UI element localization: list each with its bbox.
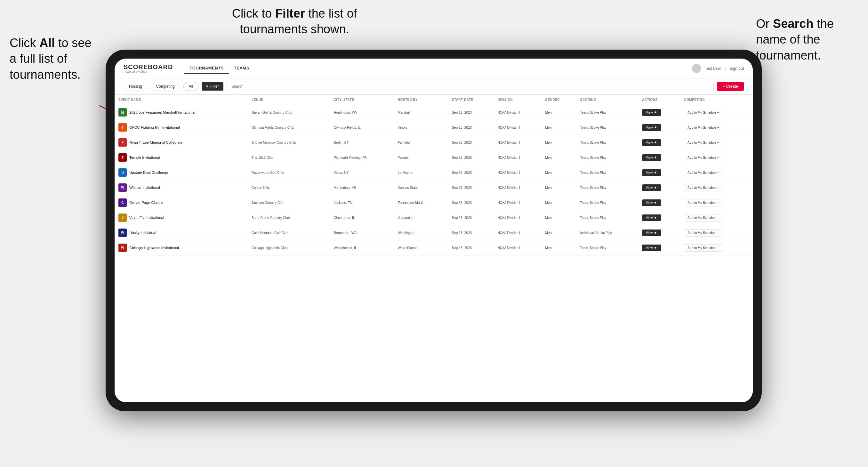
table-row: M 2023 Joe Feaganes Marshall Invitationa… (115, 105, 753, 120)
scoring-cell-3: Team, Stroke Play (577, 150, 638, 165)
tab-all[interactable]: All (183, 82, 198, 91)
team-logo-4: U (118, 168, 127, 177)
signout-link[interactable]: Sign out (730, 66, 744, 71)
event-name-3: Temple Invitational (129, 156, 160, 159)
add-schedule-button-4[interactable]: Add to My Schedule + (684, 169, 722, 176)
team-logo-8: W (118, 228, 127, 237)
hosted-cell-0: Marshall (394, 105, 448, 120)
view-button-0[interactable]: View 👁 (642, 109, 661, 116)
actions-cell-7: View 👁 (638, 210, 680, 225)
date-cell-2: Sep 16, 2023 (448, 135, 494, 150)
scoring-cell-2: Team, Stroke Play (577, 135, 638, 150)
col-hosted: HOSTED BY (394, 95, 448, 105)
actions-cell-0: View 👁 (638, 105, 680, 120)
view-icon-7: 👁 (654, 216, 657, 220)
add-schedule-button-1[interactable]: Add to My Schedule + (684, 124, 722, 131)
add-schedule-button-3[interactable]: Add to My Schedule + (684, 154, 722, 161)
city-cell-3: Plymouth Meeting, PA (330, 150, 394, 165)
venue-cell-8: Gold Mountain Golf Club (248, 225, 330, 240)
add-schedule-button-9[interactable]: Add to My Schedule + (684, 244, 722, 252)
toolbar: Hosting Competing All ≡ Filter + Create (115, 79, 753, 95)
competing-cell-2: Add to My Schedule + (680, 135, 753, 150)
division-cell-3: NCAA Division I (494, 150, 541, 165)
view-button-1[interactable]: View 👁 (642, 124, 661, 131)
view-button-9[interactable]: View 👁 (642, 245, 661, 251)
venue-cell-2: Shuttle Meadow Country Club (248, 135, 330, 150)
actions-cell-3: View 👁 (638, 150, 680, 165)
hosted-cell-1: Illinois (394, 120, 448, 135)
venue-cell-9: Chicago Highlands Club (248, 240, 330, 255)
add-schedule-button-8[interactable]: Add to My Schedule + (684, 229, 722, 237)
division-cell-2: NCAA Division I (494, 135, 541, 150)
tab-competing[interactable]: Competing (151, 82, 180, 91)
username: Test User (705, 66, 721, 71)
header-right: Test User | Sign out (692, 64, 744, 73)
hosted-cell-5: Kansas State (394, 180, 448, 195)
gender-cell-7: Men (541, 210, 577, 225)
create-button[interactable]: + Create (717, 82, 744, 91)
scoring-cell-9: Team, Stroke Play (577, 240, 638, 255)
add-schedule-button-0[interactable]: Add to My Schedule + (684, 109, 722, 116)
venue-cell-7: Sand Creek Country Club (248, 210, 330, 225)
competing-cell-7: Add to My Schedule + (680, 210, 753, 225)
team-logo-3: T (118, 153, 127, 162)
actions-cell-9: View 👁 (638, 240, 680, 255)
view-button-6[interactable]: View 👁 (642, 199, 661, 206)
col-gender: GENDER (541, 95, 577, 105)
date-cell-3: Sep 16, 2023 (448, 150, 494, 165)
col-venue: VENUE (248, 95, 330, 105)
filter-button[interactable]: ≡ Filter (202, 82, 223, 91)
view-button-2[interactable]: View 👁 (642, 139, 661, 146)
view-icon-6: 👁 (654, 201, 657, 205)
gender-cell-0: Men (541, 105, 577, 120)
competing-cell-8: Add to My Schedule + (680, 225, 753, 240)
nav-tournaments[interactable]: TOURNAMENTS (184, 63, 228, 73)
date-cell-9: Sep 18, 2023 (448, 240, 494, 255)
division-cell-1: NCAA Division I (494, 120, 541, 135)
table-row: F Ryan T. Lee Memorial Collegiate Shuttl… (115, 135, 753, 150)
city-cell-5: Manhattan, KS (330, 180, 394, 195)
view-icon-3: 👁 (654, 156, 657, 159)
table-row: G Grover Page Classic Jackson Country Cl… (115, 195, 753, 210)
tablet-frame: SCOREBOARD Powered by clippd TOURNAMENTS… (105, 50, 762, 411)
event-cell-5: W Wildcat Invitational (115, 180, 248, 195)
nav-teams[interactable]: TEAMS (229, 63, 254, 73)
competing-cell-4: Add to My Schedule + (680, 165, 753, 180)
search-input[interactable] (226, 82, 714, 91)
view-button-5[interactable]: View 👁 (642, 184, 661, 191)
view-button-8[interactable]: View 👁 (642, 229, 661, 236)
event-cell-1: I OFCC Fighting Illini Invitational (115, 120, 248, 135)
add-schedule-button-7[interactable]: Add to My Schedule + (684, 214, 722, 221)
add-schedule-button-5[interactable]: Add to My Schedule + (684, 184, 722, 191)
actions-cell-2: View 👁 (638, 135, 680, 150)
scoring-cell-6: Team, Stroke Play (577, 195, 638, 210)
tab-hosting[interactable]: Hosting (124, 82, 148, 91)
table-row: W Wildcat Invitational Colbert Hills Man… (115, 180, 753, 195)
view-button-4[interactable]: View 👁 (642, 169, 661, 176)
date-cell-7: Sep 18, 2023 (448, 210, 494, 225)
table-row: U Upstate Dual Challenge Ravenwood Golf … (115, 165, 753, 180)
city-cell-0: Huntington, WV (330, 105, 394, 120)
logo-area: SCOREBOARD Powered by clippd (124, 63, 173, 73)
add-schedule-button-6[interactable]: Add to My Schedule + (684, 199, 722, 207)
scoring-cell-0: Team, Stroke Play (577, 105, 638, 120)
view-button-3[interactable]: View 👁 (642, 154, 661, 161)
actions-cell-5: View 👁 (638, 180, 680, 195)
team-logo-1: I (118, 123, 127, 131)
col-event: EVENT NAME (115, 95, 248, 105)
date-cell-8: Sep 18, 2023 (448, 225, 494, 240)
actions-cell-1: View 👁 (638, 120, 680, 135)
col-city: CITY, STATE (330, 95, 394, 105)
division-cell-0: NCAA Division I (494, 105, 541, 120)
gender-cell-2: Men (541, 135, 577, 150)
table-row: I OFCC Fighting Illini Invitational Olym… (115, 120, 753, 135)
pipe-divider: | (725, 66, 726, 71)
add-schedule-button-2[interactable]: Add to My Schedule + (684, 139, 722, 146)
event-name-9: Chicago Highlands Invitational (129, 246, 179, 250)
tournaments-table-container: EVENT NAME VENUE CITY, STATE HOSTED BY S… (115, 95, 753, 402)
event-name-2: Ryan T. Lee Memorial Collegiate (129, 141, 182, 144)
scoring-cell-7: Team, Stroke Play (577, 210, 638, 225)
event-cell-3: T Temple Invitational (115, 150, 248, 165)
view-button-7[interactable]: View 👁 (642, 214, 661, 221)
actions-cell-4: View 👁 (638, 165, 680, 180)
